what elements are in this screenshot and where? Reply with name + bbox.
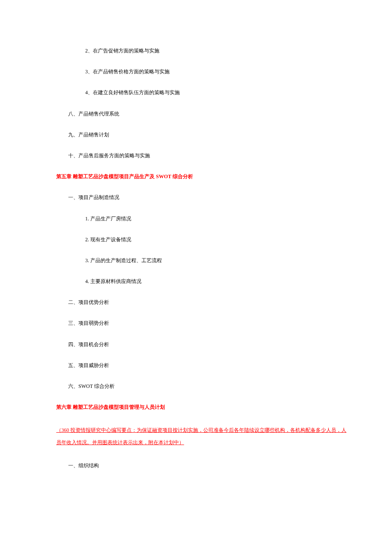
list-item: 3、在产品销售价格方面的策略与实施: [85, 68, 349, 76]
list-item: 六、SWOT 综合分析: [68, 382, 349, 390]
list-item: 九、产品销售计划: [68, 131, 349, 139]
list-item: 五、项目威胁分析: [68, 361, 349, 370]
chapter-6-note: （360 投资情报研究中心编写要点：为保证融资项目按计划实施，公司准备今后各年陆…: [56, 424, 349, 449]
list-item: 二、项目优势分析: [68, 298, 349, 306]
list-item: 3. 产品的生产制造过程、工艺流程: [85, 257, 349, 265]
list-item: 三、项目弱势分析: [68, 319, 349, 327]
list-item: 十、产品售后服务方面的策略与实施: [68, 152, 349, 160]
chapter-5-title: 第五章 雕塑工艺品沙盘模型项目产品生产及 SWOT 综合分析: [56, 173, 349, 181]
list-item: 4、在建立良好销售队伍方面的策略与实施: [85, 89, 349, 97]
list-item: 4. 主要原材料供应商情况: [85, 278, 349, 286]
section-heading: 一、项目产品制造情况: [68, 194, 349, 202]
list-item: 四、项目机会分析: [68, 341, 349, 349]
list-item: 1. 产品生产厂房情况: [85, 215, 349, 223]
list-item: 2. 现有生产设备情况: [85, 236, 349, 244]
list-item: 八、产品销售代理系统: [68, 110, 349, 118]
list-item: 2、在广告促销方面的策略与实施: [85, 47, 349, 55]
chapter-6-title: 第六章 雕塑工艺品沙盘模型项目管理与人员计划: [56, 403, 349, 411]
list-item: 一、组织结构: [68, 462, 349, 470]
